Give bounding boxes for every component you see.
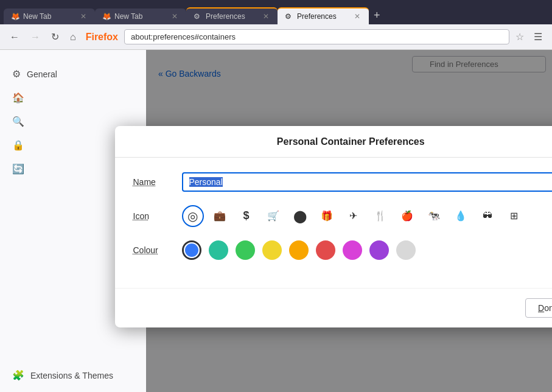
color-option-light[interactable] <box>396 240 416 259</box>
done-button[interactable]: Done <box>525 298 552 317</box>
address-bar[interactable] <box>124 29 509 44</box>
home-icon: 🏠 <box>12 92 24 103</box>
color-option-yellow[interactable] <box>262 240 282 259</box>
icon-option-gift[interactable]: 🎁 <box>316 205 338 226</box>
color-option-pink[interactable] <box>343 240 362 259</box>
sidebar-item-extensions[interactable]: 🧩 Extensions & Themes <box>0 363 146 387</box>
sync-icon: 🔄 <box>12 163 24 175</box>
icon-option-cart[interactable]: 🛒 <box>262 205 284 226</box>
container-name-input[interactable] <box>182 172 553 191</box>
firefox-logo[interactable]: Firefox <box>86 32 118 43</box>
lock-icon: 🔒 <box>12 139 24 151</box>
tab-3-favicon: ⚙ <box>194 12 202 21</box>
dialog-header: Personal Container Preferences × <box>115 125 553 157</box>
personal-container-dialog: Personal Container Preferences × Name Ic… <box>115 125 553 327</box>
icon-grid: ◎ 💼 $ 🛒 ⬤ <box>182 205 525 226</box>
tab-1-close[interactable]: ✕ <box>79 12 88 21</box>
name-row: Name <box>133 172 553 191</box>
colour-row: Colour <box>133 240 553 259</box>
sidebar-item-support[interactable]: ❓ Firefox Support <box>0 387 146 392</box>
sidebar-item-general-label: General <box>27 69 57 79</box>
page: ⚙ General 🏠 🔍 🔒 🔄 🧩 Extensions & Themes … <box>0 50 552 392</box>
tab-bar: 🦊 New Tab ✕ 🦊 New Tab ✕ ⚙ Preferences ✕ … <box>0 0 552 24</box>
briefcase-icon: 💼 <box>214 210 226 222</box>
sidebar-item-general[interactable]: ⚙ General <box>0 62 146 86</box>
forward-button[interactable]: → <box>27 29 44 45</box>
tab-2-favicon: 🦊 <box>102 12 111 21</box>
tab-2-title: New Tab <box>114 12 167 21</box>
color-option-red[interactable] <box>316 240 335 259</box>
tab-3-close[interactable]: ✕ <box>262 12 270 21</box>
tab-4-favicon: ⚙ <box>285 12 293 21</box>
new-tab-button[interactable]: + <box>369 7 385 24</box>
dialog-body: Name Icon ◎ 💼 <box>115 157 553 287</box>
icon-option-drops[interactable]: 💧 <box>450 205 472 226</box>
food-icon: 🍴 <box>374 210 386 222</box>
search-icon: 🔍 <box>12 116 24 127</box>
icon-row: Icon ◎ 💼 $ 🛒 <box>133 205 553 226</box>
tab-3-title: Preferences <box>206 12 258 21</box>
name-label: Name <box>133 177 182 186</box>
tab-1-favicon: 🦊 <box>11 12 19 21</box>
color-option-orange[interactable] <box>289 240 309 259</box>
icon-label: Icon <box>133 211 182 220</box>
bookmark-button[interactable]: ☆ <box>513 29 526 45</box>
sidebar-item-home[interactable]: 🏠 <box>0 86 146 110</box>
color-option-blue[interactable] <box>182 240 201 259</box>
drops-icon: 💧 <box>455 210 467 222</box>
icon-option-animal[interactable]: 🐄 <box>423 205 445 226</box>
dollar-icon: $ <box>243 209 249 222</box>
gear-icon: ⚙ <box>12 68 21 80</box>
color-grid <box>182 240 416 259</box>
tab-4-title: Preferences <box>297 12 349 21</box>
tab-4-close[interactable]: ✕ <box>353 12 362 21</box>
icon-option-dollar[interactable]: $ <box>236 205 257 226</box>
icon-option-briefcase[interactable]: 💼 <box>209 205 231 226</box>
animal-icon: 🐄 <box>428 210 440 222</box>
tab-2-close[interactable]: ✕ <box>170 12 179 21</box>
main-content: 🔍 « Go Backwards Personal Container Pref… <box>146 50 552 392</box>
circle-icon: ⬤ <box>293 208 307 223</box>
reload-button[interactable]: ↻ <box>47 29 63 45</box>
colour-label: Colour <box>133 245 182 254</box>
back-button[interactable]: ← <box>6 29 23 45</box>
color-option-green[interactable] <box>236 240 255 259</box>
tab-4[interactable]: ⚙ Preferences ✕ <box>278 7 369 24</box>
icon-option-fruit[interactable]: 🍎 <box>396 205 418 226</box>
dialog-title: Personal Container Preferences <box>142 136 553 147</box>
fruit-icon: 🍎 <box>401 210 413 222</box>
fingerprint-icon: ◎ <box>187 208 198 223</box>
plane-icon: ✈ <box>349 210 357 222</box>
fence-icon: ⊞ <box>510 210 518 222</box>
sidebar-item-extensions-label: Extensions & Themes <box>30 371 113 380</box>
tab-1-title: New Tab <box>23 12 75 21</box>
tab-1[interactable]: 🦊 New Tab ✕ <box>4 9 95 24</box>
icon-option-sunglasses[interactable]: 🕶 <box>477 205 498 226</box>
menu-button[interactable]: ☰ <box>530 29 546 45</box>
cart-icon: 🛒 <box>267 210 279 222</box>
dialog-footer: Done <box>115 287 553 327</box>
icon-option-fence[interactable]: ⊞ <box>503 205 525 226</box>
sunglasses-icon: 🕶 <box>483 210 492 221</box>
icon-option-circle[interactable]: ⬤ <box>289 205 311 226</box>
icon-option-fingerprint[interactable]: ◎ <box>182 205 204 226</box>
icon-option-food[interactable]: 🍴 <box>369 205 391 226</box>
tab-3[interactable]: ⚙ Preferences ✕ <box>186 7 278 24</box>
gift-icon: 🎁 <box>321 210 333 222</box>
nav-bar: ← → ↻ ⌂ Firefox ☆ ☰ <box>0 24 552 50</box>
home-button[interactable]: ⌂ <box>66 29 80 45</box>
color-option-purple[interactable] <box>369 240 389 259</box>
name-input-wrapper <box>182 172 553 191</box>
icon-option-plane[interactable]: ✈ <box>343 205 365 226</box>
extensions-icon: 🧩 <box>12 369 24 381</box>
tab-2[interactable]: 🦊 New Tab ✕ <box>95 9 186 24</box>
color-option-turquoise[interactable] <box>209 240 228 259</box>
browser-chrome: 🦊 New Tab ✕ 🦊 New Tab ✕ ⚙ Preferences ✕ … <box>0 0 552 50</box>
